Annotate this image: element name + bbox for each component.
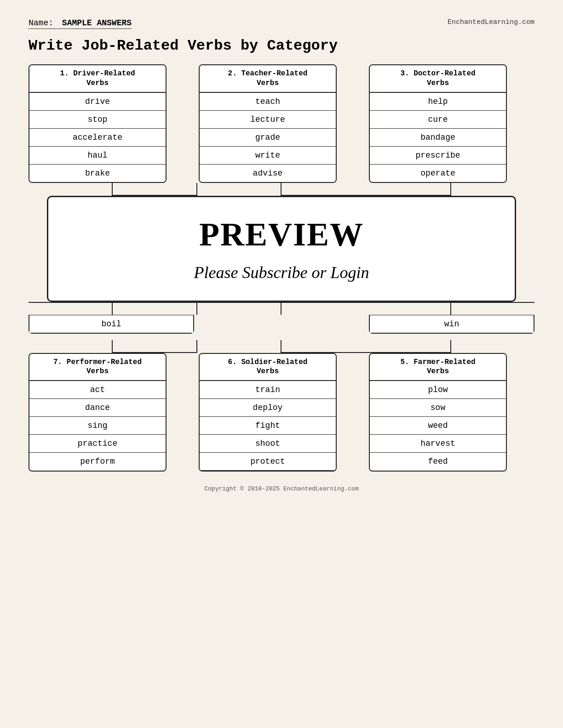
list-item: act (29, 381, 166, 399)
list-item: train (200, 381, 336, 399)
preview-box: PREVIEW Please Subscribe or Login (47, 196, 516, 302)
lower-connector (29, 340, 534, 353)
bottom-connector (29, 302, 534, 315)
list-item: drive (29, 93, 166, 111)
preview-subtitle: Please Subscribe or Login (57, 263, 506, 282)
partial-row: boil win (29, 315, 534, 334)
list-item: sing (29, 417, 166, 435)
list-item: advise (200, 165, 336, 182)
bottom-columns: 7. Performer-RelatedVerbs act dance sing… (29, 353, 534, 472)
list-item: sow (370, 399, 506, 417)
top-connector (29, 183, 534, 196)
header: Name: SAMPLE ANSWERS EnchantedLearning.c… (29, 18, 534, 29)
watermark: ©EnchantedLearning.com (335, 353, 337, 379)
partial-left-box: boil (29, 315, 194, 334)
list-item: haul (29, 147, 166, 165)
name-label: Name: (29, 18, 53, 28)
page-title: Write Job-Related Verbs by Category (29, 37, 534, 54)
list-item: help (370, 93, 506, 111)
list-item: protect (200, 453, 336, 471)
list-item: teach (200, 93, 336, 111)
list-item: practice (29, 435, 166, 453)
list-item: cure (370, 111, 506, 129)
soldier-verbs-box: 6. Soldier-RelatedVerbs train deploy fig… (199, 353, 337, 472)
name-value: SAMPLE ANSWERS (62, 18, 132, 28)
list-item: prescribe (370, 147, 506, 165)
list-item: shoot (200, 435, 336, 453)
driver-verbs-box: 1. Driver-RelatedVerbs drive stop accele… (29, 64, 167, 183)
list-item: bandage (370, 129, 506, 147)
partial-center-spacer (199, 315, 364, 334)
list-item: plow (370, 381, 506, 399)
list-item: deploy (200, 399, 336, 417)
spacer (29, 334, 534, 340)
performer-verbs-box: 7. Performer-RelatedVerbs act dance sing… (29, 353, 167, 472)
footer: Copyright © 2010-2025 EnchantedLearning.… (29, 485, 534, 492)
list-item: feed (370, 453, 506, 470)
list-item: operate (370, 165, 506, 182)
top-columns: 1. Driver-RelatedVerbs drive stop accele… (29, 64, 534, 183)
teacher-verbs-box: 2. Teacher-RelatedVerbs teach lecture gr… (199, 64, 337, 183)
list-item: stop (29, 111, 166, 129)
list-item: accelerate (29, 129, 166, 147)
farmer-verbs-header: 5. Farmer-RelatedVerbs (370, 354, 506, 381)
list-item: harvest (370, 435, 506, 453)
teacher-verbs-header: 2. Teacher-RelatedVerbs (200, 65, 336, 93)
driver-verbs-header: 1. Driver-RelatedVerbs (29, 65, 166, 93)
preview-title: PREVIEW (57, 216, 506, 254)
doctor-verbs-box: 3. Doctor-RelatedVerbs help cure bandage… (369, 64, 507, 183)
list-item: grade (200, 129, 336, 147)
list-item: dance (29, 399, 166, 417)
partial-right-box: win (369, 315, 534, 334)
soldier-verbs-header: 6. Soldier-RelatedVerbs (200, 354, 336, 381)
list-item: brake (29, 165, 166, 182)
list-item: weed (370, 417, 506, 435)
list-item: boil (29, 315, 193, 333)
list-item: write (200, 147, 336, 165)
farmer-verbs-box: 5. Farmer-RelatedVerbs plow sow weed har… (369, 353, 507, 472)
list-item: lecture (200, 111, 336, 129)
list-item: perform (29, 453, 166, 470)
site-name: EnchantedLearning.com (448, 18, 534, 26)
list-item: win (370, 315, 534, 333)
doctor-verbs-header: 3. Doctor-RelatedVerbs (370, 65, 506, 93)
performer-verbs-header: 7. Performer-RelatedVerbs (29, 354, 166, 381)
name-line: Name: SAMPLE ANSWERS (29, 18, 132, 29)
list-item: fight (200, 417, 336, 435)
